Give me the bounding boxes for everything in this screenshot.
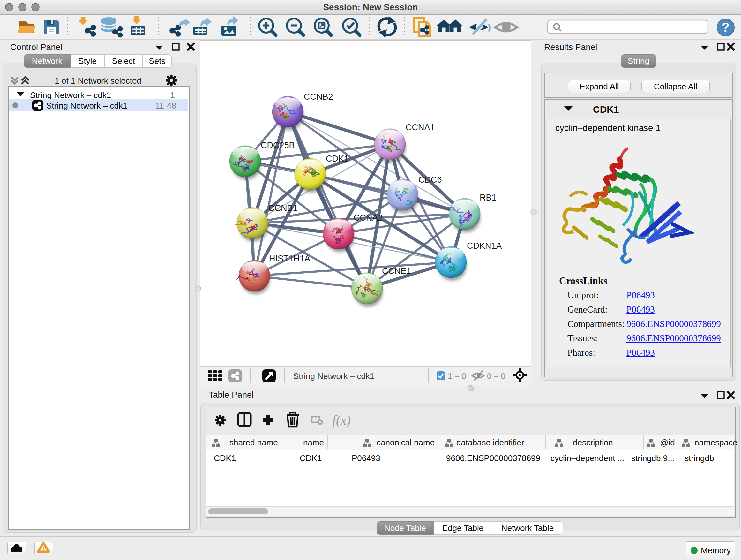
svg-text:CCNA2: CCNA2	[354, 213, 383, 223]
svg-text:?: ?	[722, 20, 730, 34]
svg-text:CDC25B: CDC25B	[261, 140, 295, 150]
svg-text:CDK1: CDK1	[326, 154, 349, 164]
svg-text:HIST1H1A: HIST1H1A	[269, 254, 310, 263]
svg-text:CDKN1A: CDKN1A	[467, 241, 502, 251]
svg-text:RB1: RB1	[480, 193, 496, 202]
svg-text:CCNA1: CCNA1	[406, 123, 435, 132]
svg-text:CCNB2: CCNB2	[304, 92, 333, 102]
svg-text:CCNE1: CCNE1	[382, 266, 411, 276]
svg-text:f(x): f(x)	[332, 413, 351, 428]
svg-text:CDC6: CDC6	[418, 175, 442, 185]
svg-text:CCNB1: CCNB1	[268, 203, 298, 213]
